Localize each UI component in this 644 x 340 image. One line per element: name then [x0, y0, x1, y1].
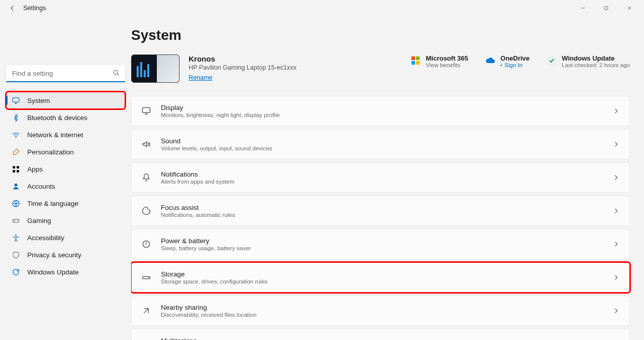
sidebar-item-label: Accounts	[27, 183, 55, 190]
maximize-button[interactable]	[595, 0, 618, 16]
sidebar: SystemBluetooth & devicesNetwork & inter…	[0, 16, 131, 340]
chevron-right-icon	[612, 273, 620, 281]
sidebar-item-label: Personalization	[27, 148, 74, 156]
apps-icon	[11, 164, 20, 174]
row-subtitle: Volume levels, output, input, sound devi…	[161, 145, 272, 151]
row-subtitle: Sleep, battery usage, battery saver	[161, 245, 251, 251]
device-model: HP Pavilion Gaming Laptop 15-ec1xxx	[189, 64, 297, 71]
sidebar-item-accounts[interactable]: Accounts	[6, 178, 125, 195]
globe-icon	[11, 199, 20, 208]
row-nearby[interactable]: Nearby sharingDiscoverability, received …	[131, 296, 630, 326]
sync-icon	[11, 267, 20, 276]
row-title: Sound	[161, 137, 272, 145]
chevron-right-icon	[612, 307, 620, 315]
chevron-right-icon	[612, 140, 620, 148]
status-update-title: Windows Update	[562, 54, 630, 62]
status-onedrive-title: OneDrive	[500, 54, 530, 62]
row-title: Multitasking	[161, 337, 264, 340]
row-subtitle: Monitors, brightness, night light, displ…	[161, 112, 280, 118]
row-title: Focus assist	[161, 204, 235, 211]
status-update[interactable]: Windows Update Last checked: 2 hours ago	[547, 54, 630, 68]
chevron-right-icon	[612, 174, 620, 182]
sidebar-item-update[interactable]: Windows Update	[6, 263, 125, 280]
drive-icon	[141, 272, 152, 282]
row-title: Storage	[161, 270, 268, 278]
row-sound[interactable]: SoundVolume levels, output, input, sound…	[131, 129, 630, 159]
sidebar-item-label: Time & language	[27, 200, 79, 207]
moon-icon	[141, 206, 152, 216]
close-icon	[626, 5, 632, 11]
titlebar: Settings	[0, 0, 644, 16]
sidebar-item-label: Bluetooth & devices	[27, 114, 87, 122]
windows-update-icon	[547, 55, 557, 66]
monitor-icon	[11, 96, 20, 105]
row-storage[interactable]: StorageStorage space, drives, configurat…	[131, 262, 630, 293]
row-multitask[interactable]: MultitaskingSnap windows, desktops, task…	[131, 329, 630, 340]
sidebar-item-accessibility[interactable]: Accessibility	[6, 229, 125, 246]
row-notifications[interactable]: NotificationsAlerts from apps and system	[131, 162, 630, 193]
wifi-icon	[11, 130, 20, 139]
status-onedrive[interactable]: OneDrive •Sign In	[485, 54, 530, 68]
chevron-right-icon	[612, 240, 620, 248]
row-subtitle: Notifications, automatic rules	[161, 212, 235, 218]
shield-icon	[11, 250, 20, 259]
status-update-sub: Last checked: 2 hours ago	[562, 62, 630, 68]
sidebar-item-system[interactable]: System	[6, 92, 125, 109]
status-row: Microsoft 365 View benefits OneDrive •Si…	[411, 54, 630, 68]
sidebar-item-label: Windows Update	[27, 268, 79, 276]
minimize-button[interactable]	[571, 0, 595, 16]
status-onedrive-sub[interactable]: •Sign In	[500, 62, 530, 68]
device-name: Kronos	[189, 54, 297, 63]
row-subtitle: Discoverability, received files location	[161, 312, 257, 318]
share-icon	[141, 306, 152, 316]
person-icon	[11, 182, 20, 191]
accessibility-icon	[11, 233, 20, 242]
sidebar-item-network[interactable]: Network & internet	[6, 126, 125, 143]
search-underline	[6, 81, 125, 82]
search-input[interactable]	[6, 65, 125, 82]
search-box[interactable]	[6, 65, 125, 82]
sidebar-item-gaming[interactable]: Gaming	[6, 212, 125, 229]
status-m365-title: Microsoft 365	[426, 54, 468, 62]
bell-icon	[141, 173, 152, 183]
sidebar-item-privacy[interactable]: Privacy & security	[6, 246, 125, 263]
bluetooth-icon	[11, 113, 20, 122]
row-title: Display	[161, 104, 280, 111]
sidebar-item-label: Apps	[27, 165, 43, 173]
sidebar-item-label: Privacy & security	[27, 251, 81, 259]
back-button[interactable]	[3, 0, 21, 16]
gamepad-icon	[11, 216, 20, 225]
row-power[interactable]: Power & batterySleep, battery usage, bat…	[131, 229, 630, 259]
search-icon	[112, 69, 120, 77]
sidebar-item-personalization[interactable]: Personalization	[6, 143, 125, 160]
brush-icon	[11, 147, 20, 156]
row-display[interactable]: DisplayMonitors, brightness, night light…	[131, 96, 630, 126]
m365-icon	[411, 55, 421, 66]
status-m365-sub: View benefits	[426, 62, 468, 68]
sidebar-item-time[interactable]: Time & language	[6, 195, 125, 212]
monitor-icon	[141, 106, 152, 116]
rename-link[interactable]: Rename	[189, 74, 297, 81]
sidebar-item-label: System	[27, 97, 50, 104]
sidebar-item-label: Gaming	[27, 217, 51, 224]
status-m365[interactable]: Microsoft 365 View benefits	[411, 54, 468, 68]
row-title: Power & battery	[161, 237, 251, 245]
sound-icon	[141, 139, 152, 149]
sidebar-item-label: Accessibility	[27, 234, 65, 242]
device-thumbnail	[131, 54, 180, 83]
main-content: System Kronos HP Pavilion Gaming Laptop …	[131, 16, 644, 340]
page-title: System	[131, 27, 630, 43]
sidebar-item-bluetooth[interactable]: Bluetooth & devices	[6, 109, 125, 126]
chevron-right-icon	[612, 207, 620, 215]
window-title: Settings	[23, 5, 46, 12]
maximize-icon	[603, 5, 609, 11]
settings-rows: DisplayMonitors, brightness, night light…	[131, 96, 630, 340]
sidebar-item-apps[interactable]: Apps	[6, 160, 125, 178]
device-info-row: Kronos HP Pavilion Gaming Laptop 15-ec1x…	[131, 54, 630, 83]
row-focus[interactable]: Focus assistNotifications, automatic rul…	[131, 196, 630, 226]
back-icon	[8, 4, 16, 12]
close-button[interactable]	[618, 0, 641, 16]
row-subtitle: Alerts from apps and system	[161, 179, 235, 185]
row-title: Nearby sharing	[161, 304, 257, 311]
row-subtitle: Storage space, drives, configuration rul…	[161, 278, 268, 285]
